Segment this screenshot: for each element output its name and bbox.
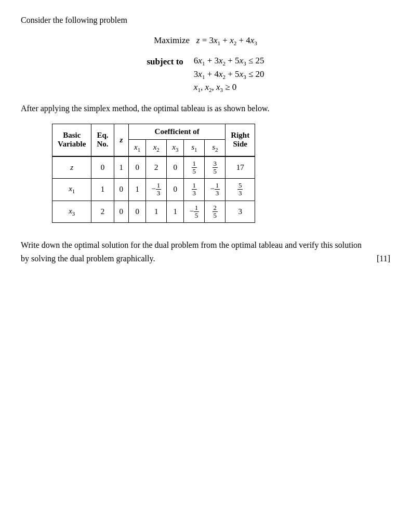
constraint-2: 3x1 + 4x2 + 5x3 ≤ 20 xyxy=(194,69,264,80)
col-basic-variable: BasicVariable xyxy=(52,124,91,156)
intro-text: Consider the following problem xyxy=(21,16,127,24)
cell-z-x2: 2 xyxy=(146,156,167,179)
question-body: Write down the optimal solution for the … xyxy=(21,241,362,263)
final-question-text: Write down the optimal solution for the … xyxy=(21,238,366,265)
cell-x3-s2: 25 xyxy=(205,201,226,223)
cell-x1-x3: 0 xyxy=(167,179,184,201)
col-x2-header: x2 xyxy=(146,139,167,156)
col-z: z xyxy=(114,124,129,156)
cell-x1-basic: x1 xyxy=(52,179,91,201)
cell-z-eq: 0 xyxy=(91,156,114,179)
cell-x1-s2: −13 xyxy=(205,179,226,201)
cell-x3-x3: 1 xyxy=(167,201,184,223)
simplex-text: After applying the simplex method, the o… xyxy=(21,104,390,113)
tableau-wrapper: BasicVariable Eq.No. z Coefficient of Ri… xyxy=(52,124,390,223)
marks-value: [11] xyxy=(377,254,390,263)
subject-to-section: subject to 6x1 + 3x2 + 5x3 ≤ 25 3x1 + 4x… xyxy=(21,56,390,93)
cell-z-s1: 15 xyxy=(184,156,205,179)
cell-x3-x1: 0 xyxy=(129,201,146,223)
cell-x3-s1: −15 xyxy=(184,201,205,223)
cell-z-x3: 0 xyxy=(167,156,184,179)
constraints: 6x1 + 3x2 + 5x3 ≤ 25 3x1 + 4x2 + 5x3 ≤ 2… xyxy=(194,56,264,93)
cell-z-z: 1 xyxy=(114,156,129,179)
cell-z-x1: 0 xyxy=(129,156,146,179)
constraint-3: x1, x2, x3 ≥ 0 xyxy=(194,82,264,93)
maximize-label: Maximize z = 3x1 + x2 + 4x3 xyxy=(154,35,257,45)
col-right-side: RightSide xyxy=(226,124,255,156)
cell-x3-z: 0 xyxy=(114,201,129,223)
table-row-z: z 0 1 0 2 0 15 35 17 xyxy=(52,156,255,179)
cell-z-s2: 35 xyxy=(205,156,226,179)
cell-x1-x2: −13 xyxy=(146,179,167,201)
cell-x1-x1: 1 xyxy=(129,179,146,201)
cell-x3-x2: 1 xyxy=(146,201,167,223)
maximize-section: Maximize z = 3x1 + x2 + 4x3 xyxy=(21,35,390,46)
header-row-1: BasicVariable Eq.No. z Coefficient of Ri… xyxy=(52,124,255,139)
cell-x1-rhs: 53 xyxy=(226,179,255,201)
cell-x1-eq: 1 xyxy=(91,179,114,201)
table-row-x1: x1 1 0 1 −13 0 13 −13 53 xyxy=(52,179,255,201)
cell-x3-basic: x3 xyxy=(52,201,91,223)
simplex-tableau: BasicVariable Eq.No. z Coefficient of Ri… xyxy=(52,124,255,223)
simplex-description: After applying the simplex method, the o… xyxy=(21,104,269,113)
constraint-1: 6x1 + 3x2 + 5x3 ≤ 25 xyxy=(194,56,264,66)
table-row-x3: x3 2 0 0 1 1 −15 25 3 xyxy=(52,201,255,223)
cell-x3-rhs: 3 xyxy=(226,201,255,223)
col-eq-no: Eq.No. xyxy=(91,124,114,156)
cell-x1-z: 0 xyxy=(114,179,129,201)
cell-z-basic: z xyxy=(52,156,91,179)
col-x3-header: x3 xyxy=(167,139,184,156)
cell-x3-eq: 2 xyxy=(91,201,114,223)
problem-intro: Consider the following problem xyxy=(21,16,390,25)
final-question-section: Write down the optimal solution for the … xyxy=(21,238,390,265)
subject-to-label: subject to xyxy=(147,56,183,67)
cell-x1-s1: 13 xyxy=(184,179,205,201)
coeff-of-header: Coefficient of xyxy=(129,124,226,139)
col-s2-header: s2 xyxy=(205,139,226,156)
marks-label: [11] xyxy=(377,252,390,265)
col-x1-header: x1 xyxy=(129,139,146,156)
cell-z-rhs: 17 xyxy=(226,156,255,179)
col-s1-header: s1 xyxy=(184,139,205,156)
